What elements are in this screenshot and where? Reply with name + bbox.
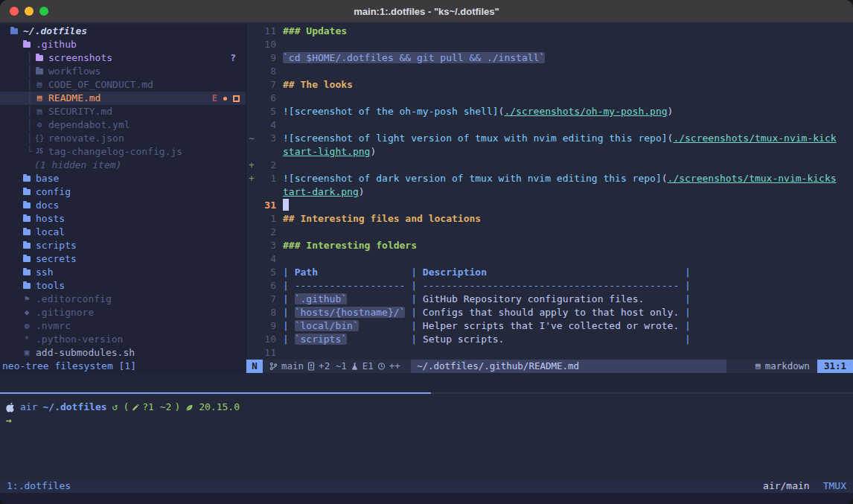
tree-item-readme-md[interactable]: │▤README.mdE bbox=[0, 92, 246, 105]
line-content: | `scripts` | Setup scripts. | bbox=[283, 333, 691, 346]
editor-line[interactable]: 4 bbox=[246, 118, 853, 132]
folder-icon bbox=[22, 243, 32, 249]
editor-line[interactable]: 2 bbox=[246, 226, 853, 239]
line-content: | `local/bin` | Helper scripts that I've… bbox=[283, 319, 691, 333]
tree-item-label: workflows bbox=[48, 65, 100, 78]
shell-prompt: air ~/.dotfiles ↺ ( ?1 ~2 ) 20.15.0 bbox=[6, 401, 853, 414]
tree-item-dependabot-yml[interactable]: │⚙dependabot.yml bbox=[0, 118, 246, 132]
tree-item-scripts[interactable]: scripts bbox=[0, 239, 246, 252]
line-content: start-light.png) bbox=[283, 145, 376, 159]
git-status-segment: main +2 ~1 E1 ++ bbox=[263, 360, 411, 373]
tree-item-github[interactable]: .github bbox=[0, 38, 246, 51]
line-number: 8 bbox=[258, 306, 276, 319]
line-number: 6 bbox=[258, 92, 276, 105]
editor-line[interactable]: +2 bbox=[246, 159, 853, 172]
line-number: 7 bbox=[258, 78, 276, 92]
indent-guide: │ bbox=[27, 118, 33, 132]
tree-item-security-md[interactable]: │▤SECURITY.md bbox=[0, 105, 246, 118]
editor-line[interactable]: 6| ------------------- | ---------------… bbox=[246, 279, 853, 293]
editor-line[interactable]: 11### Updates bbox=[246, 25, 853, 38]
line-content: ## The looks bbox=[283, 78, 353, 92]
line-content: ### Updates bbox=[283, 25, 347, 38]
editor-line[interactable]: 5![screenshot of the oh-my-posh shell](.… bbox=[246, 105, 853, 118]
line-number: 4 bbox=[258, 252, 276, 266]
line-content: ## Interesting files and locations bbox=[283, 212, 481, 226]
editor-line[interactable]: 6 bbox=[246, 92, 853, 105]
tree-item-secrets[interactable]: secrets bbox=[0, 252, 246, 266]
window-title: main:1:.dotfiles - "ks~/.dotfiles" bbox=[354, 6, 499, 17]
pencil-icon bbox=[132, 403, 139, 412]
filetype-label: markdown bbox=[765, 360, 810, 373]
folder-icon bbox=[22, 189, 32, 195]
editor-line[interactable]: 7## The looks bbox=[246, 78, 853, 92]
folder-icon bbox=[34, 55, 45, 61]
tree-item-hosts[interactable]: hosts bbox=[0, 212, 246, 226]
markdown-file-icon: ▤ bbox=[34, 105, 45, 118]
tree-item-python-version[interactable]: *.python-version bbox=[0, 333, 246, 346]
editor-line[interactable]: 8| `hosts/{hostname}/` | Configs that sh… bbox=[246, 306, 853, 319]
editor-line[interactable]: 7| `.github` | GitHub Repository configu… bbox=[246, 293, 853, 306]
terminal-script-icon: ▣ bbox=[22, 346, 32, 360]
tree-item-tools[interactable]: tools bbox=[0, 279, 246, 293]
editor-line[interactable]: +1![screenshot of dark version of tmux w… bbox=[246, 172, 853, 185]
tree-item-editorconfig[interactable]: ⚑.editorconfig bbox=[0, 293, 246, 306]
folder-icon bbox=[9, 28, 19, 34]
editor-line[interactable]: 5| Path | Description | bbox=[246, 266, 853, 279]
zoom-button[interactable] bbox=[39, 7, 48, 16]
editor-line[interactable]: 10| `scripts` | Setup scripts. | bbox=[246, 333, 853, 346]
clock-icon bbox=[377, 362, 386, 371]
git-branch-icon bbox=[269, 362, 278, 371]
folder-icon bbox=[22, 269, 32, 275]
tree-item-workflows[interactable]: │workflows bbox=[0, 65, 246, 78]
git-status-counts: ?1 ~2 bbox=[142, 401, 171, 414]
git-paren-open: ( bbox=[123, 401, 129, 414]
tmux-window-item[interactable]: 1:.dotfiles bbox=[7, 479, 71, 493]
editor-line[interactable]: 1## Interesting files and locations bbox=[246, 212, 853, 226]
editor-line[interactable]: 31 bbox=[246, 199, 853, 212]
prompt-git-segment: ( ?1 ~2 ) bbox=[123, 401, 180, 414]
editor-line[interactable]: 3### Interesting folders bbox=[246, 239, 853, 252]
node-version: 20.15.0 bbox=[199, 401, 240, 414]
line-number: 5 bbox=[258, 105, 276, 118]
tree-item-screenshots[interactable]: │screenshots? bbox=[0, 51, 246, 65]
tree-item-gitignore[interactable]: ◆.gitignore bbox=[0, 306, 246, 319]
tree-item-1-hidden-item[interactable]: (1 hidden item) bbox=[0, 159, 246, 172]
tree-item-ssh[interactable]: ssh bbox=[0, 266, 246, 279]
shell-input-line[interactable]: → bbox=[6, 414, 853, 427]
tree-item-label: docs bbox=[36, 199, 59, 212]
folder-icon bbox=[22, 176, 32, 182]
editor-line[interactable]: ~3![screenshot of light version of tmux … bbox=[246, 132, 853, 145]
editor-line[interactable]: start-light.png) bbox=[246, 145, 853, 159]
mode-indicator: N bbox=[246, 360, 263, 373]
tree-item-local[interactable]: local bbox=[0, 226, 246, 239]
editor-line[interactable]: 9| `local/bin` | Helper scripts that I'v… bbox=[246, 319, 853, 333]
editor-line[interactable]: 10 bbox=[246, 38, 853, 51]
title-bar: main:1:.dotfiles - "ks~/.dotfiles" bbox=[0, 0, 853, 22]
line-number: 2 bbox=[258, 226, 276, 239]
cursor-position: 31:1 bbox=[817, 360, 853, 373]
editor-line[interactable]: tart-dark.png) bbox=[246, 185, 853, 199]
tree-item-nvmrc[interactable]: ◍.nvmrc bbox=[0, 319, 246, 333]
editor-line[interactable]: 9`cd $HOME/.dotfiles && git pull && ./in… bbox=[246, 51, 853, 65]
editor-line[interactable]: 8 bbox=[246, 65, 853, 78]
tree-item-docs[interactable]: docs bbox=[0, 199, 246, 212]
line-number: 7 bbox=[258, 293, 276, 306]
tree-item-add-submodules-sh[interactable]: ▣add-submodules.sh bbox=[0, 346, 246, 360]
tree-item-label: .github bbox=[36, 38, 77, 51]
indent-guide: │ bbox=[27, 51, 33, 65]
tree-item-code-of-conduct-md[interactable]: │▤CODE_OF_CONDUCT.md bbox=[0, 78, 246, 92]
below-statusbar-strip bbox=[0, 493, 853, 504]
tree-item-dotfiles[interactable]: ~/.dotfiles bbox=[0, 25, 246, 38]
tree-item-label: hosts bbox=[36, 212, 65, 226]
minimize-button[interactable] bbox=[25, 7, 33, 16]
close-button[interactable] bbox=[10, 7, 19, 16]
tree-item-config[interactable]: config bbox=[0, 185, 246, 199]
tree-item-label: (1 hidden item) bbox=[34, 159, 121, 172]
tree-item-base[interactable]: base bbox=[0, 172, 246, 185]
tree-item-tag-changelog-config-js[interactable]: └JStag-changelog-config.js bbox=[0, 145, 246, 159]
refresh-icon: ↺ bbox=[112, 401, 118, 414]
editor-line[interactable]: 4 bbox=[246, 252, 853, 266]
tree-item-renovate-json[interactable]: │{}renovate.json bbox=[0, 132, 246, 145]
editor-line[interactable]: 11 bbox=[246, 346, 853, 360]
line-number: 10 bbox=[258, 333, 276, 346]
